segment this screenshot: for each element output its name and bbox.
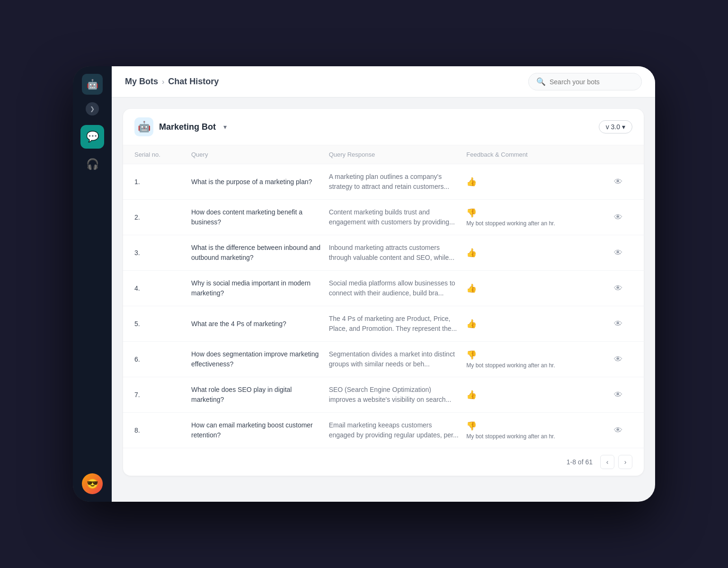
table-row: 6. How does segmentation improve marketi… <box>123 342 644 377</box>
table-row: 2. How does content marketing benefit a … <box>123 200 644 235</box>
view-row-button[interactable]: 👁 <box>604 426 632 435</box>
pagination-prev-button[interactable]: ‹ <box>600 455 614 469</box>
breadcrumb-current-page: Chat History <box>168 77 219 87</box>
row-query: What are the 4 Ps of marketing? <box>191 319 329 329</box>
row-serial: 3. <box>134 249 191 257</box>
table-row: 3. What is the difference between inboun… <box>123 235 644 271</box>
view-row-button[interactable]: 👁 <box>604 355 632 364</box>
breadcrumb: My Bots › Chat History <box>125 77 219 87</box>
row-response: Email marketing keeaps customers engaged… <box>329 420 467 440</box>
row-query: What is the difference between inbound a… <box>191 243 329 263</box>
bot-avatar: 🤖 <box>134 117 153 136</box>
row-feedback: 👍 <box>466 177 604 187</box>
row-query: How does segmentation improve marketing … <box>191 349 329 369</box>
view-row-button[interactable]: 👁 <box>604 390 632 400</box>
card-header: 🤖 Marketing Bot ▾ v 3.0 ▾ <box>123 109 644 145</box>
view-row-button[interactable]: 👁 <box>604 177 632 187</box>
sidebar-logo: 🤖 <box>82 74 103 95</box>
row-query: What role does SEO play in digital marke… <box>191 385 329 405</box>
sidebar-toggle-button[interactable]: ❯ <box>86 102 99 115</box>
view-row-button[interactable]: 👁 <box>604 319 632 329</box>
version-label: v 3.0 <box>606 123 620 131</box>
chat-history-card: 🤖 Marketing Bot ▾ v 3.0 ▾ Serial no. Que… <box>123 109 644 476</box>
view-row-button[interactable]: 👁 <box>604 248 632 258</box>
col-action <box>604 151 632 158</box>
table-rows-container: 1. What is the purpose of a marketing pl… <box>123 164 644 448</box>
row-feedback: 👍 <box>466 248 604 258</box>
row-feedback: 👍 <box>466 283 604 293</box>
row-serial: 6. <box>134 355 191 363</box>
row-feedback: 👎 My bot stopped working after an hr. <box>466 350 604 369</box>
row-serial: 5. <box>134 320 191 328</box>
content-area: 🤖 Marketing Bot ▾ v 3.0 ▾ Serial no. Que… <box>112 98 655 502</box>
row-query: How can email marketing boost customer r… <box>191 420 329 440</box>
col-query: Query <box>191 151 329 158</box>
row-response: The 4 Ps of marketing are Product, Price… <box>329 314 467 334</box>
sidebar-item-chat[interactable]: 💬 <box>80 125 104 149</box>
thumbs-up-icon: 👍 <box>466 283 604 293</box>
row-serial: 1. <box>134 178 191 186</box>
chat-icon: 💬 <box>86 131 99 143</box>
bot-dropdown-icon[interactable]: ▾ <box>223 123 227 131</box>
breadcrumb-separator: › <box>162 78 164 86</box>
thumbs-up-icon: 👍 <box>466 390 604 400</box>
row-response: Content marketing builds trust and engag… <box>329 207 467 227</box>
bot-name: Marketing Bot <box>159 122 216 132</box>
row-feedback: 👍 <box>466 319 604 329</box>
row-response: SEO (Search Engine Optimization) improve… <box>329 385 467 405</box>
search-bar[interactable]: 🔍 <box>528 73 642 90</box>
feedback-comment: My bot stopped working after an hr. <box>466 362 604 369</box>
thumbs-up-icon: 👍 <box>466 319 604 329</box>
breadcrumb-mybots-link[interactable]: My Bots <box>125 77 158 87</box>
search-icon: 🔍 <box>536 77 546 86</box>
sidebar: 🤖 ❯ 💬 🎧 😎 <box>73 66 112 502</box>
row-query: How does content marketing benefit a bus… <box>191 207 329 227</box>
thumbs-down-icon: 👎 <box>466 350 604 360</box>
row-response: Segmentation divides a market into disti… <box>329 349 467 369</box>
col-serial: Serial no. <box>134 151 191 158</box>
table-row: 4. Why is social media important in mode… <box>123 271 644 306</box>
row-response: A marketing plan outlines a company's st… <box>329 172 467 192</box>
version-badge[interactable]: v 3.0 ▾ <box>599 120 632 133</box>
header: My Bots › Chat History 🔍 <box>112 66 655 98</box>
row-response: Inbound marketing attracts customers thr… <box>329 243 467 263</box>
col-feedback: Feedback & Comment <box>466 151 604 158</box>
feedback-comment: My bot stopped working after an hr. <box>466 220 604 227</box>
view-row-button[interactable]: 👁 <box>604 284 632 293</box>
pagination-info: 1-8 of 61 <box>567 458 593 466</box>
version-chevron-icon: ▾ <box>622 123 625 131</box>
thumbs-up-icon: 👍 <box>466 248 604 258</box>
feedback-comment: My bot stopped working after an hr. <box>466 433 604 440</box>
row-response: Social media platforms allow businesses … <box>329 278 467 298</box>
row-query: What is the purpose of a marketing plan? <box>191 177 329 187</box>
col-response: Query Response <box>329 151 467 158</box>
table-row: 7. What role does SEO play in digital ma… <box>123 377 644 413</box>
row-feedback: 👍 <box>466 390 604 400</box>
headphones-icon: 🎧 <box>86 158 99 170</box>
pagination-next-button[interactable]: › <box>618 455 632 469</box>
pagination: 1-8 of 61 ‹ › <box>123 448 644 476</box>
thumbs-down-icon: 👎 <box>466 208 604 218</box>
chat-history-table: Serial no. Query Query Response Feedback… <box>123 145 644 448</box>
search-input[interactable] <box>550 78 634 86</box>
view-row-button[interactable]: 👁 <box>604 213 632 222</box>
row-feedback: 👎 My bot stopped working after an hr. <box>466 208 604 227</box>
row-query: Why is social media important in modern … <box>191 278 329 298</box>
table-header: Serial no. Query Query Response Feedback… <box>123 145 644 164</box>
table-row: 1. What is the purpose of a marketing pl… <box>123 164 644 200</box>
table-row: 8. How can email marketing boost custome… <box>123 413 644 448</box>
thumbs-up-icon: 👍 <box>466 177 604 187</box>
row-feedback: 👎 My bot stopped working after an hr. <box>466 421 604 440</box>
row-serial: 2. <box>134 213 191 221</box>
user-avatar[interactable]: 😎 <box>82 473 103 494</box>
row-serial: 8. <box>134 426 191 434</box>
thumbs-down-icon: 👎 <box>466 421 604 431</box>
row-serial: 7. <box>134 391 191 399</box>
row-serial: 4. <box>134 284 191 292</box>
table-row: 5. What are the 4 Ps of marketing? The 4… <box>123 306 644 342</box>
main-content: My Bots › Chat History 🔍 🤖 Marketing Bot… <box>112 66 655 502</box>
bot-info: 🤖 Marketing Bot ▾ <box>134 117 227 136</box>
sidebar-item-support[interactable]: 🎧 <box>80 152 104 176</box>
